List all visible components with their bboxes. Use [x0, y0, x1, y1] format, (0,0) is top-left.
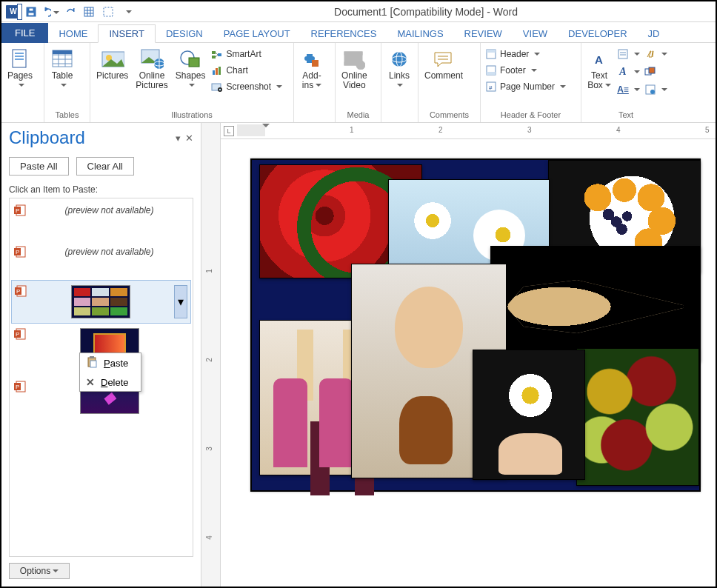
inserted-picture[interactable] [576, 348, 699, 486]
svg-rect-29 [212, 56, 216, 59]
footer-button[interactable]: Footer [485, 64, 576, 77]
clipboard-title: Clipboard [9, 127, 176, 148]
qat-dotted-box-icon[interactable] [99, 3, 117, 21]
horizontal-ruler[interactable]: L 1 2 3 4 5 [221, 123, 716, 139]
svg-line-32 [216, 55, 218, 57]
svg-rect-19 [53, 50, 72, 54]
tab-mailings[interactable]: MAILINGS [387, 25, 453, 42]
text-mini-4[interactable] [644, 47, 667, 61]
header-button[interactable]: Header [485, 47, 576, 61]
svg-rect-52 [487, 72, 496, 75]
clipboard-item[interactable]: P (preview not available) [11, 241, 191, 262]
document-page[interactable] [221, 139, 716, 587]
tab-home[interactable]: HOME [48, 25, 98, 42]
ctx-paste-label: aste [110, 358, 129, 369]
powerpoint-icon: P [15, 285, 27, 297]
clipboard-item-list: P (preview not available) P (preview not… [9, 198, 193, 557]
clipboard-item-menu-button[interactable]: ▾ [174, 285, 187, 318]
inserted-picture[interactable] [490, 246, 701, 361]
svg-text:P: P [16, 331, 19, 338]
context-delete[interactable]: ✕ Delete [80, 373, 141, 391]
context-paste[interactable]: Paste [80, 353, 141, 373]
addins-button[interactable]: Add- ins [299, 46, 325, 92]
text-mini-2[interactable]: A [617, 65, 640, 78]
group-label-media: Media [340, 109, 376, 121]
link-icon [387, 47, 411, 71]
pane-menu-dropdown-icon[interactable]: ▾ [176, 133, 181, 144]
svg-text:P: P [16, 288, 20, 295]
svg-rect-41 [344, 52, 362, 55]
video-icon [342, 47, 366, 71]
tab-selector[interactable]: L [224, 126, 234, 136]
tab-review[interactable]: REVIEW [454, 25, 513, 42]
links-button[interactable]: Links [386, 46, 413, 92]
redo-icon[interactable] [61, 3, 79, 21]
shapes-button[interactable]: Shapes [174, 46, 207, 92]
svg-rect-27 [189, 58, 199, 67]
chart-button[interactable]: Chart [211, 64, 282, 77]
group-label-header-footer: Header & Footer [485, 109, 576, 121]
undo-icon[interactable] [41, 3, 59, 21]
tab-file[interactable]: FILE [1, 23, 48, 43]
page-icon [8, 47, 32, 71]
vertical-ruler[interactable]: 1 2 3 4 [201, 123, 221, 587]
clipboard-item[interactable]: P ▾ [11, 280, 191, 324]
text-mini-5[interactable] [644, 65, 667, 78]
save-icon[interactable] [22, 3, 40, 21]
svg-rect-39 [312, 60, 319, 67]
svg-point-44 [392, 52, 407, 67]
svg-point-43 [356, 61, 365, 70]
text-mini-3[interactable]: A≡ [617, 83, 640, 96]
screenshot-button[interactable]: Screenshot [211, 80, 282, 93]
tab-developer[interactable]: DEVELOPER [558, 25, 637, 42]
pictures-button[interactable]: Pictures [95, 46, 130, 82]
close-icon[interactable]: ✕ [185, 133, 193, 144]
screenshot-icon [211, 81, 223, 93]
page-number-button[interactable]: #Page Number [485, 80, 576, 93]
svg-rect-10 [15, 53, 24, 54]
tab-extra[interactable]: JD [638, 25, 670, 42]
svg-text:#: # [489, 84, 493, 91]
footer-icon [485, 64, 497, 76]
window-title: Document1 [Compatibility Mode] - Word [136, 6, 716, 18]
ribbon-tabs: FILE HOME INSERT DESIGN PAGE LAYOUT REFE… [1, 22, 716, 43]
group-label-illustrations: Illustrations [95, 109, 289, 121]
text-mini-6[interactable] [644, 83, 667, 96]
paste-all-button[interactable]: Paste All [9, 157, 69, 176]
tab-references[interactable]: REFERENCES [301, 25, 387, 42]
delete-icon: ✕ [86, 376, 95, 388]
clipboard-item-context-menu: Paste ✕ Delete [79, 353, 141, 392]
online-pictures-button[interactable]: Online Pictures [134, 46, 169, 92]
header-icon [485, 48, 497, 60]
qat-grid-icon[interactable] [80, 3, 98, 21]
picture-canvas[interactable] [250, 158, 701, 492]
word-app-icon[interactable]: W [6, 5, 21, 19]
tab-insert[interactable]: INSERT [98, 24, 155, 43]
title-bar: W Document1 [Compatibility Mode] - Word [1, 1, 716, 22]
qat-customize-dropdown[interactable] [119, 3, 136, 21]
smartart-button[interactable]: SmartArt [211, 47, 282, 61]
tab-view[interactable]: VIEW [513, 25, 558, 42]
ribbon: Pages Table Tables Pictures Online Pictu… [1, 43, 716, 123]
comment-button[interactable]: Comment [423, 46, 464, 82]
tab-design[interactable]: DESIGN [156, 25, 213, 42]
clipboard-options-button[interactable]: Options [9, 563, 70, 579]
page-number-icon: # [485, 81, 497, 93]
svg-rect-34 [216, 68, 218, 75]
svg-rect-30 [218, 53, 221, 56]
comment-icon [432, 47, 456, 71]
clear-all-button[interactable]: Clear All [76, 157, 134, 176]
smartart-icon [211, 48, 223, 60]
svg-rect-1 [28, 13, 34, 16]
pages-button[interactable]: Pages [6, 46, 34, 92]
textbox-button[interactable]: A Text Box [586, 46, 613, 92]
svg-line-31 [216, 53, 218, 55]
svg-rect-11 [15, 56, 24, 57]
svg-rect-2 [29, 8, 33, 11]
clipboard-item[interactable]: P (preview not available) [11, 200, 191, 221]
inserted-picture[interactable] [473, 350, 585, 480]
text-mini-1[interactable] [617, 47, 640, 61]
table-button[interactable]: Table [49, 46, 76, 92]
textbox-icon: A [587, 47, 611, 71]
tab-page-layout[interactable]: PAGE LAYOUT [213, 25, 301, 42]
